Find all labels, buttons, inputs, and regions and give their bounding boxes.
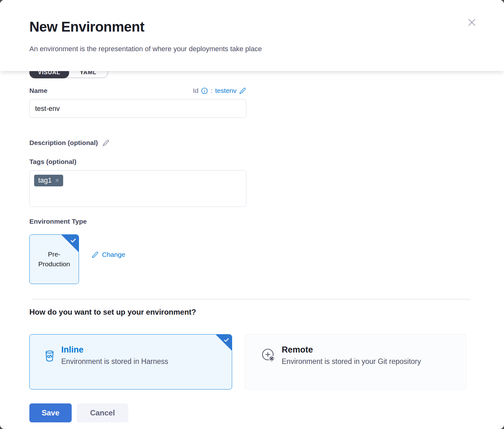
environment-type-card-preproduction[interactable]: Pre-Production	[29, 234, 79, 284]
dialog-header: New Environment An environment is the re…	[0, 0, 504, 71]
check-icon	[70, 237, 77, 244]
dialog-actions: Save Cancel	[29, 403, 475, 422]
edit-id-button[interactable]	[239, 87, 246, 94]
edit-pencil-icon	[92, 251, 99, 258]
edit-pencil-icon	[239, 87, 246, 94]
edit-description-button[interactable]	[102, 139, 110, 147]
name-input[interactable]	[29, 99, 246, 118]
tags-label: Tags (optional)	[29, 158, 475, 167]
tag-chip-label: tag1	[38, 176, 52, 184]
environment-type-label: Environment Type	[29, 218, 475, 227]
name-row: Name Id : testenv	[29, 86, 246, 95]
id-value[interactable]: testenv	[215, 87, 237, 94]
setup-heading: How do you want to set up your environme…	[29, 308, 475, 317]
id-row: Id : testenv	[193, 87, 246, 94]
info-icon	[201, 87, 208, 94]
remote-git-icon	[261, 347, 276, 365]
cancel-button[interactable]: Cancel	[77, 403, 128, 422]
description-label: Description (optional)	[29, 139, 98, 147]
tag-chip: tag1 ✕	[34, 175, 63, 186]
environment-type-card-label: Pre-Production	[37, 250, 71, 269]
new-environment-dialog: New Environment An environment is the re…	[0, 0, 504, 429]
page-title: New Environment	[29, 19, 144, 35]
setup-option-text: Inline Environment is stored in Harness	[61, 344, 168, 367]
name-label: Name	[29, 87, 47, 94]
setup-option-description: Environment is stored in Harness	[61, 356, 168, 367]
setup-option-inline[interactable]: Inline Environment is stored in Harness	[29, 334, 232, 390]
change-environment-type-link[interactable]: Change	[92, 251, 125, 258]
check-icon	[223, 337, 230, 343]
setup-option-title: Inline	[61, 344, 168, 355]
id-separator: :	[211, 87, 213, 94]
dialog-subtitle: An environment is the representation of …	[29, 45, 262, 53]
environment-type-row: Pre-Production Change	[29, 234, 475, 284]
close-button[interactable]	[466, 17, 477, 28]
description-row: Description (optional)	[29, 138, 475, 148]
setup-options-row: Inline Environment is stored in Harness	[29, 334, 475, 390]
setup-option-title: Remote	[282, 344, 421, 355]
setup-option-text: Remote Environment is stored in your Git…	[282, 344, 421, 367]
section-divider	[32, 299, 471, 299]
setup-option-remote[interactable]: Remote Environment is stored in your Git…	[245, 334, 466, 390]
edit-pencil-icon	[102, 139, 110, 147]
tags-input[interactable]: tag1 ✕	[29, 170, 246, 207]
tag-remove-icon[interactable]: ✕	[55, 178, 59, 183]
setup-option-description: Environment is stored in your Git reposi…	[282, 356, 421, 367]
id-label: Id	[193, 87, 199, 94]
inline-harness-icon	[44, 349, 56, 364]
change-link-label: Change	[102, 251, 125, 258]
close-icon	[466, 17, 477, 28]
save-button[interactable]: Save	[29, 403, 72, 422]
id-info-button[interactable]	[201, 87, 208, 94]
